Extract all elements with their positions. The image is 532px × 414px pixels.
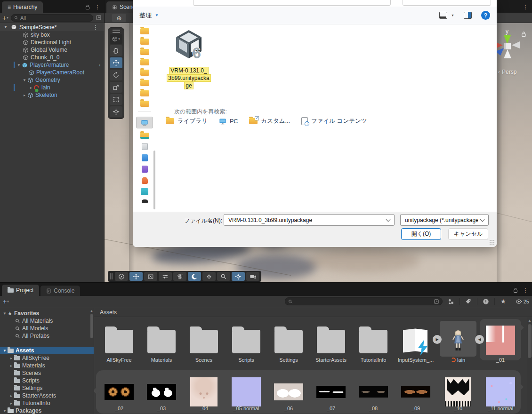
address-bar-input[interactable]: [193, 0, 391, 6]
axis-neg-cone[interactable]: [512, 41, 520, 48]
collapse-subassets-button[interactable]: ◀: [475, 335, 484, 344]
create-asset-button[interactable]: +▾: [3, 298, 9, 305]
expand-subassets-button[interactable]: ▶: [433, 335, 442, 344]
tree-scrollbar[interactable]: ▲: [90, 309, 93, 414]
panel-menu-icon[interactable]: ⋮: [523, 4, 528, 10]
expander-icon[interactable]: ▸: [28, 86, 34, 90]
asset-03[interactable]: _03: [140, 370, 183, 414]
filetype-select[interactable]: unitypackage (*.unitypackage): [400, 214, 489, 226]
rect-tool-button[interactable]: [110, 94, 122, 105]
asset-08[interactable]: _08: [352, 370, 395, 414]
view-tool-button[interactable]: [115, 272, 128, 281]
axis-y-cone[interactable]: [504, 35, 511, 44]
asset-settings[interactable]: Settings: [267, 323, 310, 363]
asset-inputsystem[interactable]: InputSystem_... ▶: [395, 323, 437, 363]
asset-02[interactable]: _02: [98, 370, 140, 414]
hierarchy-search[interactable]: [11, 14, 93, 22]
expander-icon[interactable]: ▸: [22, 93, 27, 97]
asset-grid[interactable]: AllSkyFree Materials Scenes Scripts Sett…: [94, 317, 527, 414]
filter-by-label-button[interactable]: [463, 297, 474, 306]
scene-menu-icon[interactable]: ⋮: [93, 24, 98, 31]
overlay-drag-handle[interactable]: [110, 273, 113, 279]
move-tool-button[interactable]: [129, 272, 143, 281]
scroll-up-icon[interactable]: ▲: [527, 318, 532, 323]
camera-settings-button[interactable]: [246, 272, 259, 281]
scope-pc[interactable]: PC: [219, 118, 238, 125]
filename-input[interactable]: [228, 217, 384, 223]
lock-icon[interactable]: [85, 4, 90, 10]
nav-device-icon[interactable]: [142, 177, 148, 184]
transform-tool-button[interactable]: [110, 106, 122, 117]
nav-drive-icon[interactable]: [142, 143, 148, 150]
snap-rect-button[interactable]: [144, 272, 157, 281]
asset-10[interactable]: _10: [437, 370, 479, 414]
grid-snap-button[interactable]: [173, 272, 186, 281]
center-pivot-button[interactable]: [232, 272, 245, 281]
nav-device-icon[interactable]: [142, 199, 148, 203]
favorites-filter-button[interactable]: ★: [498, 297, 508, 306]
panel-menu-icon[interactable]: ⋮: [95, 4, 100, 10]
dialog-nav-pane[interactable]: [133, 24, 156, 212]
organize-menu-button[interactable]: 整理 ▼: [139, 11, 159, 20]
tool-settings-button[interactable]: ▾: [110, 34, 122, 44]
nav-folder-icon[interactable]: [140, 70, 149, 76]
scene-root-row[interactable]: ▼ SampleScene* ⋮: [0, 23, 104, 31]
add-object-button[interactable]: +▾: [2, 15, 8, 21]
help-button[interactable]: ?: [481, 11, 490, 20]
hierarchy-item-lain[interactable]: ▸ lain: [0, 84, 104, 91]
gizmos-button[interactable]: [202, 272, 216, 281]
scrollbar-thumb[interactable]: [528, 324, 532, 358]
nav-desktop-folder-icon[interactable]: [140, 133, 149, 139]
render-mode-button[interactable]: [188, 272, 201, 281]
expander-icon[interactable]: ▸: [8, 394, 14, 398]
scale-tool-button[interactable]: [110, 82, 122, 93]
asset-scripts[interactable]: Scripts: [225, 323, 267, 363]
asset-materials[interactable]: Materials: [140, 323, 183, 363]
asset-allskyfree[interactable]: AllSkyFree: [98, 323, 140, 363]
asset-lain[interactable]: lain ◀: [437, 323, 479, 363]
filter-by-type-button[interactable]: [446, 297, 456, 306]
expander-icon[interactable]: ▼: [16, 63, 22, 67]
nav-drive-icon[interactable]: [142, 166, 148, 173]
asset-04[interactable]: _04: [183, 370, 225, 414]
expander-icon[interactable]: ▼: [2, 409, 8, 413]
projection-mode-label[interactable]: ‹ Persp: [498, 69, 516, 75]
file-result-item[interactable]: 6 VRM-0.131.0_ 3b99.unitypacka ge: [167, 26, 210, 89]
tree-packages[interactable]: ▼ Packages: [0, 407, 94, 414]
nav-network-icon[interactable]: [141, 188, 148, 195]
nav-folder-icon[interactable]: [140, 80, 149, 86]
scope-libraries[interactable]: ライブラリ: [166, 117, 208, 125]
asset-11-normal[interactable]: _11.normal: [479, 370, 522, 414]
tree-all-materials[interactable]: All Materials: [0, 317, 94, 325]
filename-combobox[interactable]: [224, 214, 395, 226]
move-tool-button[interactable]: [110, 57, 122, 68]
cancel-button[interactable]: キャンセル: [448, 228, 488, 240]
search-preset-icon[interactable]: [434, 299, 439, 304]
asset-01[interactable]: _01: [479, 323, 522, 363]
hierarchy-search-input[interactable]: [20, 15, 90, 21]
view-mode-button[interactable]: ▼: [439, 12, 454, 19]
scrollbar-thumb[interactable]: [90, 314, 93, 338]
nav-folder-icon[interactable]: [140, 101, 149, 107]
nav-folder-icon[interactable]: [140, 59, 149, 65]
expander-icon[interactable]: ▸: [8, 401, 14, 406]
asset-starterassets[interactable]: StarterAssets: [310, 323, 352, 363]
nav-folder-icon[interactable]: [140, 49, 149, 55]
project-search[interactable]: [285, 297, 443, 305]
tree-materials[interactable]: ▸ Materials: [0, 362, 94, 369]
tool-settings-button[interactable]: [159, 272, 172, 281]
asset-09[interactable]: _09: [395, 370, 437, 414]
asset-tutorialinfo[interactable]: TutorialInfo: [352, 323, 395, 363]
resize-grip[interactable]: [489, 239, 495, 245]
scene-view-options-button[interactable]: ⊕: [112, 14, 126, 22]
hierarchy-item-player-camera-root[interactable]: PlayerCameraRoot: [0, 69, 104, 76]
nav-folder-icon[interactable]: [140, 28, 149, 34]
tree-favorites[interactable]: ▼ ★ Favorites: [0, 310, 94, 317]
scope-file-contents[interactable]: ファイル コンテンツ: [301, 117, 367, 125]
scroll-up-icon[interactable]: ▲: [90, 309, 93, 313]
tree-scripts[interactable]: Scripts: [0, 377, 94, 384]
hierarchy-item-player-armature[interactable]: ▼ PlayerArmature ›: [0, 61, 104, 69]
hidden-count-toggle[interactable]: 25: [516, 298, 529, 305]
hand-tool-button[interactable]: [110, 45, 122, 56]
expander-icon[interactable]: ▼: [2, 311, 8, 316]
